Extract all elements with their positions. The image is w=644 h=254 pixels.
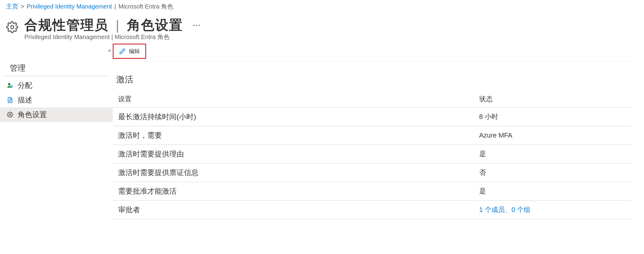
sidebar-section-header: 管理: [4, 60, 109, 76]
state-cell: 8 小时: [476, 108, 632, 126]
setting-cell: 激活时需要提供理由: [113, 145, 476, 163]
setting-cell: 激活时需要提供票证信息: [113, 163, 476, 182]
more-actions-button[interactable]: ···: [190, 21, 203, 30]
pencil-icon: [119, 48, 126, 55]
table-row: 需要批准才能激活 是: [113, 182, 632, 201]
table-row: 激活时需要提供理由 是: [113, 145, 632, 163]
page-title: 合规性管理员 | 角色设置 ···: [24, 16, 203, 34]
title-divider: |: [116, 18, 120, 33]
table-row: 激活时，需要 Azure MFA: [113, 126, 632, 145]
page-subtitle: Privileged Identity Management | Microso…: [24, 33, 203, 41]
collapse-sidebar-button[interactable]: «: [108, 47, 110, 54]
state-cell: 是: [476, 145, 632, 163]
table-row: 激活时需要提供票证信息 否: [113, 163, 632, 182]
gear-icon: [6, 21, 18, 33]
table-row: 最长激活持续时间(小时) 8 小时: [113, 108, 632, 126]
sidebar-item-role-settings[interactable]: 角色设置: [0, 107, 113, 122]
role-name: 合规性管理员: [24, 16, 108, 34]
breadcrumb-sep: >: [21, 3, 24, 10]
edit-button-label: 编辑: [129, 48, 140, 55]
svg-point-3: [9, 114, 11, 116]
table-row: 审批者 1 个成员、0 个组: [113, 201, 632, 219]
svg-point-1: [8, 83, 10, 85]
approvers-link[interactable]: 1 个成员、0 个组: [476, 201, 632, 219]
breadcrumb-home[interactable]: 主页: [6, 2, 18, 11]
user-assign-icon: [7, 82, 13, 89]
sidebar-item-assignments[interactable]: 分配: [0, 78, 113, 93]
svg-point-0: [11, 26, 14, 29]
page-label: 角色设置: [127, 16, 183, 34]
sidebar: « 管理 分配 描述: [0, 41, 113, 122]
breadcrumb-pim[interactable]: Privileged Identity Management: [27, 3, 112, 10]
document-icon: [7, 97, 13, 103]
breadcrumb: 主页 > Privileged Identity Management | Mi…: [0, 0, 644, 13]
setting-cell: 审批者: [113, 201, 476, 219]
col-state-header: 状态: [476, 91, 632, 108]
setting-cell: 最长激活持续时间(小时): [113, 108, 476, 126]
toolbar: 编辑: [113, 41, 632, 62]
breadcrumb-suffix: Microsoft Entra 角色: [118, 2, 173, 11]
sidebar-item-description[interactable]: 描述: [0, 93, 113, 107]
gear-icon: [7, 111, 13, 118]
state-cell: 是: [476, 182, 632, 201]
edit-button[interactable]: 编辑: [113, 44, 146, 59]
sidebar-item-label: 分配: [18, 80, 32, 90]
state-cell: Azure MFA: [476, 126, 632, 145]
sidebar-item-label: 描述: [18, 95, 32, 105]
page-header: 合规性管理员 | 角色设置 ··· Privileged Identity Ma…: [0, 13, 644, 41]
breadcrumb-suffix-sep: |: [114, 3, 116, 10]
setting-cell: 激活时，需要: [113, 126, 476, 145]
state-cell: 否: [476, 163, 632, 182]
main-content: 编辑 激活 设置 状态 最长激活持续时间(小时) 8 小时 激活时，需要 Azu…: [113, 41, 644, 219]
sidebar-item-label: 角色设置: [18, 110, 47, 120]
activation-section-title: 激活: [113, 62, 632, 91]
col-setting-header: 设置: [113, 91, 476, 108]
setting-cell: 需要批准才能激活: [113, 182, 476, 201]
activation-settings-table: 设置 状态 最长激活持续时间(小时) 8 小时 激活时，需要 Azure MFA…: [113, 91, 632, 219]
